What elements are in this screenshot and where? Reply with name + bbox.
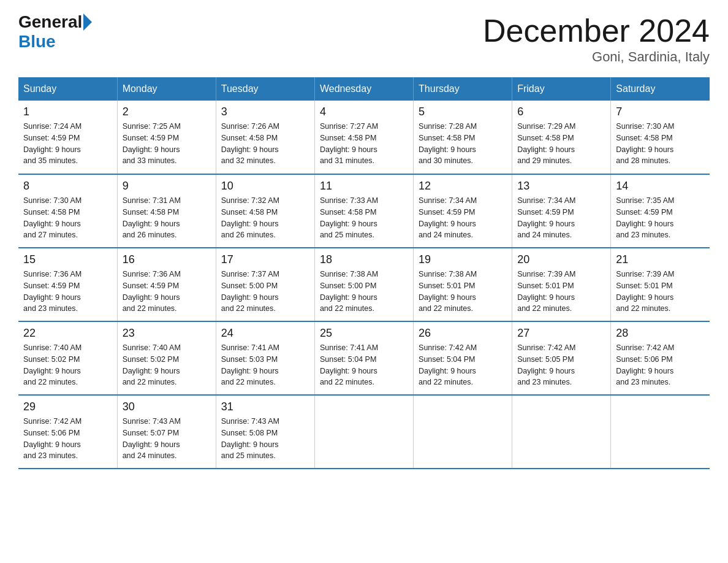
weekday-header-tuesday: Tuesday [216,77,314,101]
day-number: 28 [616,327,705,340]
calendar-day-cell: 8 Sunrise: 7:30 AM Sunset: 4:58 PM Dayli… [18,174,117,248]
calendar-day-cell: 9 Sunrise: 7:31 AM Sunset: 4:58 PM Dayli… [117,174,216,248]
day-number: 26 [419,327,507,340]
day-number: 3 [221,105,309,118]
calendar-day-cell [314,395,413,469]
calendar-day-cell: 26 Sunrise: 7:42 AM Sunset: 5:04 PM Dayl… [414,321,512,395]
logo-general-text: General [18,12,82,32]
day-number: 22 [23,327,112,340]
calendar-week-row: 8 Sunrise: 7:30 AM Sunset: 4:58 PM Dayli… [18,174,710,248]
day-info: Sunrise: 7:37 AM Sunset: 5:00 PM Dayligh… [221,269,309,315]
day-info: Sunrise: 7:42 AM Sunset: 5:04 PM Dayligh… [419,342,507,388]
month-title: December 2024 [483,12,710,49]
calendar-day-cell: 31 Sunrise: 7:43 AM Sunset: 5:08 PM Dayl… [216,395,314,469]
day-info: Sunrise: 7:38 AM Sunset: 5:01 PM Dayligh… [419,269,507,315]
day-info: Sunrise: 7:26 AM Sunset: 4:58 PM Dayligh… [221,121,309,167]
day-number: 17 [221,253,309,266]
logo-arrow-icon [83,13,92,31]
calendar-week-row: 1 Sunrise: 7:24 AM Sunset: 4:59 PM Dayli… [18,101,710,174]
calendar-day-cell: 15 Sunrise: 7:36 AM Sunset: 4:59 PM Dayl… [18,248,117,321]
day-info: Sunrise: 7:32 AM Sunset: 4:58 PM Dayligh… [221,195,309,241]
day-info: Sunrise: 7:40 AM Sunset: 5:02 PM Dayligh… [123,342,211,388]
day-number: 19 [419,253,507,266]
day-number: 23 [123,327,211,340]
location-text: Goni, Sardinia, Italy [483,49,710,65]
day-number: 30 [123,400,211,413]
day-info: Sunrise: 7:42 AM Sunset: 5:06 PM Dayligh… [23,416,112,462]
calendar-day-cell: 20 Sunrise: 7:39 AM Sunset: 5:01 PM Dayl… [512,248,611,321]
calendar-day-cell [611,395,710,469]
day-info: Sunrise: 7:35 AM Sunset: 4:59 PM Dayligh… [616,195,705,241]
calendar-day-cell: 21 Sunrise: 7:39 AM Sunset: 5:01 PM Dayl… [611,248,710,321]
day-info: Sunrise: 7:43 AM Sunset: 5:07 PM Dayligh… [123,416,211,462]
calendar-table: SundayMondayTuesdayWednesdayThursdayFrid… [18,77,710,469]
calendar-day-cell: 16 Sunrise: 7:36 AM Sunset: 4:59 PM Dayl… [117,248,216,321]
day-info: Sunrise: 7:29 AM Sunset: 4:58 PM Dayligh… [517,121,605,167]
day-number: 27 [517,327,605,340]
day-number: 13 [517,180,605,193]
day-number: 4 [320,105,408,118]
calendar-day-cell: 6 Sunrise: 7:29 AM Sunset: 4:58 PM Dayli… [512,101,611,174]
day-info: Sunrise: 7:43 AM Sunset: 5:08 PM Dayligh… [221,416,309,462]
weekday-header-monday: Monday [117,77,216,101]
calendar-day-cell: 18 Sunrise: 7:38 AM Sunset: 5:00 PM Dayl… [314,248,413,321]
day-number: 31 [221,400,309,413]
calendar-day-cell: 30 Sunrise: 7:43 AM Sunset: 5:07 PM Dayl… [117,395,216,469]
calendar-week-row: 29 Sunrise: 7:42 AM Sunset: 5:06 PM Dayl… [18,395,710,469]
day-number: 12 [419,180,507,193]
page-header: General Blue December 2024 Goni, Sardini… [18,12,710,65]
day-number: 29 [23,400,112,413]
day-number: 5 [419,105,507,118]
day-number: 7 [616,105,705,118]
day-info: Sunrise: 7:39 AM Sunset: 5:01 PM Dayligh… [517,269,605,315]
day-info: Sunrise: 7:40 AM Sunset: 5:02 PM Dayligh… [23,342,112,388]
day-info: Sunrise: 7:25 AM Sunset: 4:59 PM Dayligh… [123,121,211,167]
calendar-day-cell: 19 Sunrise: 7:38 AM Sunset: 5:01 PM Dayl… [414,248,512,321]
weekday-header-sunday: Sunday [18,77,117,101]
day-number: 6 [517,105,605,118]
logo-blue-text: Blue [18,32,56,52]
day-number: 20 [517,253,605,266]
weekday-header-saturday: Saturday [611,77,710,101]
day-info: Sunrise: 7:41 AM Sunset: 5:04 PM Dayligh… [320,342,408,388]
calendar-day-cell: 3 Sunrise: 7:26 AM Sunset: 4:58 PM Dayli… [216,101,314,174]
calendar-day-cell: 29 Sunrise: 7:42 AM Sunset: 5:06 PM Dayl… [18,395,117,469]
day-info: Sunrise: 7:33 AM Sunset: 4:58 PM Dayligh… [320,195,408,241]
calendar-day-cell [414,395,512,469]
calendar-day-cell: 17 Sunrise: 7:37 AM Sunset: 5:00 PM Dayl… [216,248,314,321]
day-info: Sunrise: 7:30 AM Sunset: 4:58 PM Dayligh… [23,195,112,241]
day-number: 2 [123,105,211,118]
day-info: Sunrise: 7:36 AM Sunset: 4:59 PM Dayligh… [23,269,112,315]
day-info: Sunrise: 7:30 AM Sunset: 4:58 PM Dayligh… [616,121,705,167]
calendar-day-cell: 13 Sunrise: 7:34 AM Sunset: 4:59 PM Dayl… [512,174,611,248]
calendar-day-cell: 25 Sunrise: 7:41 AM Sunset: 5:04 PM Dayl… [314,321,413,395]
calendar-day-cell: 2 Sunrise: 7:25 AM Sunset: 4:59 PM Dayli… [117,101,216,174]
calendar-day-cell: 27 Sunrise: 7:42 AM Sunset: 5:05 PM Dayl… [512,321,611,395]
day-number: 1 [23,105,112,118]
calendar-day-cell: 22 Sunrise: 7:40 AM Sunset: 5:02 PM Dayl… [18,321,117,395]
day-info: Sunrise: 7:34 AM Sunset: 4:59 PM Dayligh… [517,195,605,241]
calendar-day-cell: 10 Sunrise: 7:32 AM Sunset: 4:58 PM Dayl… [216,174,314,248]
calendar-day-cell: 11 Sunrise: 7:33 AM Sunset: 4:58 PM Dayl… [314,174,413,248]
day-info: Sunrise: 7:36 AM Sunset: 4:59 PM Dayligh… [123,269,211,315]
calendar-day-cell: 24 Sunrise: 7:41 AM Sunset: 5:03 PM Dayl… [216,321,314,395]
calendar-day-cell: 5 Sunrise: 7:28 AM Sunset: 4:58 PM Dayli… [414,101,512,174]
day-info: Sunrise: 7:39 AM Sunset: 5:01 PM Dayligh… [616,269,705,315]
day-number: 25 [320,327,408,340]
calendar-week-row: 22 Sunrise: 7:40 AM Sunset: 5:02 PM Dayl… [18,321,710,395]
calendar-day-cell [512,395,611,469]
calendar-day-cell: 4 Sunrise: 7:27 AM Sunset: 4:58 PM Dayli… [314,101,413,174]
calendar-day-cell: 14 Sunrise: 7:35 AM Sunset: 4:59 PM Dayl… [611,174,710,248]
calendar-week-row: 15 Sunrise: 7:36 AM Sunset: 4:59 PM Dayl… [18,248,710,321]
calendar-day-cell: 1 Sunrise: 7:24 AM Sunset: 4:59 PM Dayli… [18,101,117,174]
title-block: December 2024 Goni, Sardinia, Italy [483,12,710,65]
day-number: 15 [23,253,112,266]
day-number: 18 [320,253,408,266]
day-number: 11 [320,180,408,193]
logo: General Blue [18,12,93,52]
day-number: 10 [221,180,309,193]
calendar-day-cell: 28 Sunrise: 7:42 AM Sunset: 5:06 PM Dayl… [611,321,710,395]
calendar-header-row: SundayMondayTuesdayWednesdayThursdayFrid… [18,77,710,101]
weekday-header-wednesday: Wednesday [314,77,413,101]
day-number: 9 [123,180,211,193]
